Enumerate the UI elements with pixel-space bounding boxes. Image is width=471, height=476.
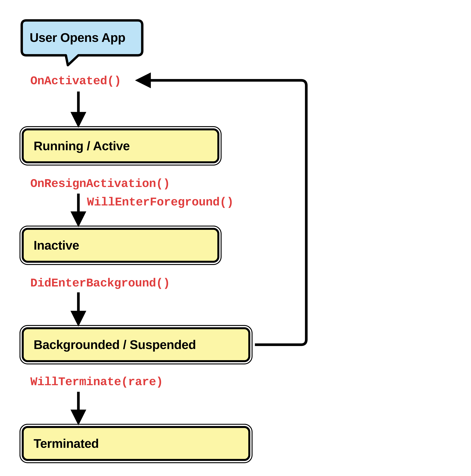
arrow-reactivate-loop [135,75,313,352]
start-node: User Opens App [20,19,143,60]
state-terminated-label: Terminated [34,436,99,451]
arrow-resign-activation [73,194,84,225]
start-node-label: User Opens App [20,19,143,56]
state-running-label: Running / Active [34,139,130,153]
arrow-did-enter-background [73,292,84,325]
transition-will-terminate: WillTerminate(rare) [30,375,163,389]
state-inactive-label: Inactive [34,238,79,253]
state-terminated: Terminated [22,426,250,461]
app-lifecycle-diagram: User Opens App Running / Active Inactive… [0,0,326,476]
arrow-will-terminate [73,392,84,423]
transition-on-activated: OnActivated() [30,74,121,88]
arrow-activated [73,91,84,126]
